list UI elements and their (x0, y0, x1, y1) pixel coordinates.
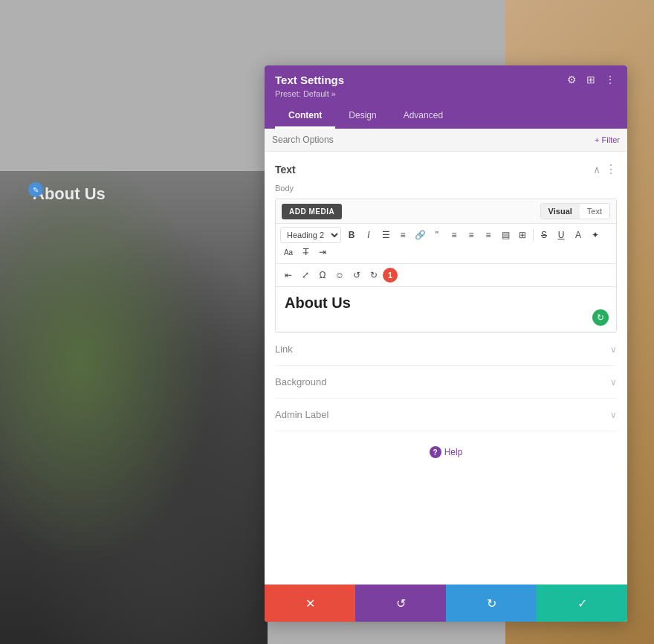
undo-editor-button[interactable]: ↺ (349, 267, 365, 283)
save-button[interactable]: ✓ (537, 585, 627, 622)
bottom-action-bar: ✕ ↺ ↻ ✓ (265, 585, 627, 622)
visual-text-toggle: Visual Text (540, 203, 610, 219)
save-icon: ✓ (577, 596, 587, 611)
toolbar-separator (533, 229, 534, 241)
body-label: Body (275, 184, 617, 193)
align-center-button[interactable]: ≡ (463, 227, 479, 243)
indent-left-button[interactable]: ⇤ (280, 267, 297, 283)
table-button[interactable]: ⊞ (514, 227, 531, 243)
admin-label-header[interactable]: Admin Label ∨ (275, 409, 617, 420)
background-arrow-icon: ∨ (610, 377, 617, 387)
italic-button[interactable]: I (360, 227, 377, 243)
justify-button[interactable]: ▤ (497, 227, 514, 243)
tab-advanced[interactable]: Advanced (390, 104, 456, 129)
emoji-button[interactable]: ☺ (331, 267, 348, 283)
canvas-edit-icon[interactable]: ✎ (28, 182, 43, 197)
preset-label[interactable]: Preset: Default » (275, 89, 336, 98)
background-section: Background ∨ (275, 365, 617, 398)
clear-format-button[interactable]: T̶ (297, 244, 314, 260)
more-icon[interactable]: ⋮ (603, 73, 617, 86)
tab-design[interactable]: Design (335, 104, 389, 129)
link-title: Link (275, 344, 293, 355)
link-section: Link ∨ (275, 332, 617, 365)
align-right-button[interactable]: ≡ (480, 227, 496, 243)
admin-label-section: Admin Label ∨ (275, 398, 617, 431)
help-label: Help (444, 447, 463, 457)
background-title: Background (275, 376, 326, 387)
link-button[interactable]: 🔗 (412, 227, 428, 243)
panel-header: Text Settings ⚙ ⊞ ⋮ Preset: Default » Co… (265, 65, 627, 129)
heading-select[interactable]: Heading 2 Paragraph Heading 1 Heading 3 (280, 227, 341, 243)
admin-label-title: Admin Label (275, 409, 328, 420)
search-input[interactable] (272, 135, 421, 145)
undo-button[interactable]: ↺ (355, 585, 446, 622)
redo-icon: ↻ (487, 596, 496, 611)
visual-button[interactable]: Visual (541, 204, 580, 219)
panel-tabs: Content Design Advanced (275, 104, 617, 129)
text-section-header: Text ∧ ⋮ (275, 162, 617, 176)
ordered-list-button[interactable]: ≡ (395, 227, 411, 243)
align-left-button[interactable]: ≡ (446, 227, 462, 243)
help-link[interactable]: ? Help (275, 446, 617, 458)
cancel-button[interactable]: ✕ (265, 585, 355, 622)
panel-title: Text Settings (275, 74, 344, 86)
blockquote-button[interactable]: " (429, 227, 445, 243)
admin-label-arrow-icon: ∨ (610, 410, 617, 420)
editor-content-area[interactable]: About Us ↻ (276, 287, 616, 332)
toolbar-top: ADD MEDIA Visual Text (276, 199, 616, 224)
refresh-button[interactable]: ↻ (592, 309, 609, 326)
canvas-photo (0, 171, 268, 644)
help-section: ? Help (275, 431, 617, 473)
section-collapse-icon[interactable]: ∧ (593, 164, 600, 176)
highlight-button[interactable]: ✦ (587, 227, 603, 243)
fullscreen-button[interactable]: ⤢ (297, 267, 314, 283)
editor-toolbar: ADD MEDIA Visual Text Heading 2 Paragrap… (275, 199, 617, 332)
search-bar: + Filter (265, 129, 627, 152)
help-icon: ? (430, 446, 441, 458)
redo-button[interactable]: ↻ (446, 585, 537, 622)
link-header[interactable]: Link ∨ (275, 344, 617, 355)
tab-content[interactable]: Content (275, 104, 335, 129)
unordered-list-button[interactable]: ☰ (378, 227, 394, 243)
columns-icon[interactable]: ⊞ (584, 73, 598, 86)
panel-preset: Preset: Default » (275, 89, 617, 98)
panel-title-row: Text Settings ⚙ ⊞ ⋮ (275, 73, 617, 86)
format-toolbar-row2: ⇤ ⤢ Ω ☺ ↺ ↻ 1 (276, 264, 616, 287)
panel-content: Text ∧ ⋮ Body ADD MEDIA Visual Text Head… (265, 152, 627, 585)
font-size-button[interactable]: Aa (280, 244, 297, 260)
cancel-icon: ✕ (305, 596, 315, 611)
text-settings-panel: Text Settings ⚙ ⊞ ⋮ Preset: Default » Co… (265, 65, 627, 622)
editor-heading: About Us (285, 294, 607, 312)
redo-editor-button[interactable]: ↻ (366, 267, 382, 283)
canvas-text: About Us (33, 184, 106, 204)
text-color-button[interactable]: A (570, 227, 586, 243)
section-menu-icon[interactable]: ⋮ (605, 162, 617, 176)
text-button[interactable]: Text (580, 204, 609, 219)
filter-button[interactable]: + Filter (595, 135, 620, 144)
settings-icon[interactable]: ⚙ (565, 73, 578, 86)
background-header[interactable]: Background ∨ (275, 376, 617, 387)
indent-button[interactable]: ⇥ (314, 244, 331, 260)
add-media-button[interactable]: ADD MEDIA (282, 204, 342, 219)
step-indicator: 1 (383, 268, 398, 283)
format-toolbar-row1: Heading 2 Paragraph Heading 1 Heading 3 … (276, 224, 616, 264)
link-arrow-icon: ∨ (610, 344, 617, 355)
strikethrough-button[interactable]: S (536, 227, 552, 243)
special-char-button[interactable]: Ω (314, 267, 331, 283)
undo-icon: ↺ (396, 596, 406, 611)
section-actions: ∧ ⋮ (593, 162, 617, 176)
underline-button[interactable]: U (553, 227, 569, 243)
panel-title-icons: ⚙ ⊞ ⋮ (565, 73, 617, 86)
text-section-title: Text (275, 164, 296, 176)
bold-button[interactable]: B (343, 227, 360, 243)
